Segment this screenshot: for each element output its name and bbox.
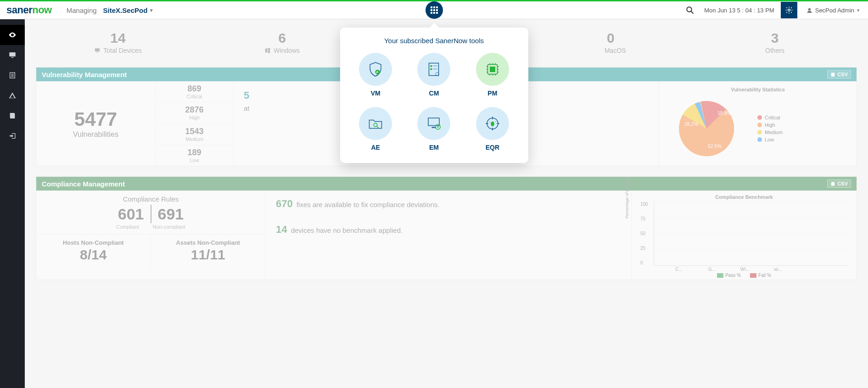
svg-line-10: [691, 11, 693, 13]
tools-popover: Your subscribed SanerNow tools VM CM PM …: [340, 28, 528, 163]
app-switcher-button[interactable]: [426, 1, 443, 19]
sev-low[interactable]: 189Low: [156, 145, 233, 166]
cm-assets-card: Assets Non-Compliant 11/11: [151, 235, 266, 269]
chevron-down-icon: ▾: [150, 7, 153, 13]
svg-rect-13: [9, 52, 16, 56]
cm-title: Compliance Management: [42, 180, 125, 188]
svg-text:15.9%: 15.9%: [717, 110, 731, 116]
top-bar: sanernow Managing SiteX.SecPod ▾ Mon Jun…: [0, 0, 868, 19]
cm-rules-header: Compliance Rules: [36, 195, 265, 203]
stat-macos[interactable]: 0 MacOS: [528, 28, 693, 59]
tool-pm[interactable]: PM: [470, 53, 515, 97]
svg-rect-35: [490, 67, 495, 72]
vm-chart-card: Vulnerability Statistics 15.9% 52.5% 28.…: [659, 81, 857, 166]
svg-rect-5: [436, 9, 438, 11]
svg-rect-19: [95, 48, 100, 51]
stat-label: Total Devices: [103, 47, 141, 54]
stat-value: 3: [693, 30, 857, 46]
vm-title: Vulnerability Management: [42, 71, 127, 79]
site-name: SiteX.SecPod: [103, 6, 148, 14]
sev-medium[interactable]: 1543Medium: [156, 124, 233, 145]
svg-point-59: [491, 122, 494, 127]
brand-part1: saner: [6, 4, 32, 16]
cm-hosts-card: Hosts Non-Compliant 8/14: [36, 235, 151, 269]
cm-csv-export[interactable]: CSV: [827, 180, 851, 188]
svg-point-48: [374, 123, 377, 127]
cm-compliant-count: 601: [118, 205, 144, 223]
vm-chart-title: Vulnerability Statistics: [667, 87, 848, 92]
cm-hosts-value: 8/14: [36, 247, 151, 263]
vm-severity-breakdown: 869Critical 2876High 1543Medium 189Low: [156, 81, 234, 166]
stat-others[interactable]: 3 Others: [693, 28, 857, 59]
tool-cm[interactable]: CM: [411, 53, 457, 97]
y-axis-ticks: 100 75 50 25 0: [640, 202, 648, 265]
svg-line-49: [377, 126, 379, 128]
brand-part2: now: [32, 4, 52, 16]
svg-point-27: [375, 70, 380, 75]
tool-em[interactable]: EM: [411, 107, 457, 151]
svg-rect-0: [431, 6, 432, 8]
sev-high[interactable]: 2876High: [156, 102, 233, 124]
file-icon: [830, 72, 835, 77]
list-icon: [9, 72, 16, 79]
cm-assets-value: 11/11: [151, 247, 266, 263]
svg-rect-26: [831, 182, 834, 186]
search-icon: [686, 6, 694, 14]
stat-label: Windows: [274, 47, 300, 54]
svg-rect-7: [433, 12, 435, 14]
user-icon: [806, 7, 812, 13]
compliance-bar-chart: 100 75 50 25 0: [654, 202, 848, 266]
cm-fixes-count: 670: [276, 198, 293, 209]
divider: [151, 205, 151, 223]
nav-reports[interactable]: [0, 65, 25, 85]
vm-chart-legend: Critical High Medium Low: [757, 113, 783, 144]
nav-devices[interactable]: [0, 45, 25, 65]
stat-value: 0: [528, 30, 693, 46]
tool-vm[interactable]: VM: [353, 53, 398, 97]
eye-icon: [8, 31, 17, 39]
tool-eqr[interactable]: EQR: [470, 107, 515, 151]
svg-text:52.5%: 52.5%: [708, 143, 722, 149]
popover-title: Your subscribed SanerNow tools: [353, 37, 515, 45]
book-icon: [9, 112, 16, 119]
sev-critical[interactable]: 869Critical: [156, 81, 233, 102]
tool-label: PM: [487, 90, 497, 97]
monitor-icon: [94, 47, 101, 54]
vm-total-label: Vulnerabilities: [73, 130, 118, 139]
site-picker[interactable]: SiteX.SecPod ▾: [103, 6, 153, 14]
nav-logout[interactable]: [0, 126, 25, 146]
nav-overview[interactable]: [0, 25, 25, 45]
tool-label: EM: [429, 144, 439, 151]
stat-total-devices[interactable]: 14 Total Devices: [36, 28, 200, 59]
svg-rect-4: [433, 9, 435, 11]
tool-label: AE: [371, 144, 380, 151]
monitor-gear-icon: [426, 115, 442, 132]
search-button[interactable]: [682, 2, 698, 18]
shield-link-icon: [367, 61, 384, 78]
svg-point-11: [788, 9, 790, 11]
stat-value: 14: [36, 30, 200, 46]
svg-rect-21: [831, 73, 834, 76]
svg-rect-2: [436, 6, 438, 8]
svg-rect-14: [11, 57, 14, 58]
folder-search-icon: [367, 115, 384, 132]
nav-docs[interactable]: [0, 106, 25, 126]
user-name: SecPod Admin: [815, 7, 854, 14]
vm-fixes-count: 5: [244, 90, 249, 101]
cm-noncompliant-count: 691: [158, 205, 184, 223]
svg-line-61: [494, 121, 496, 122]
user-menu[interactable]: SecPod Admin ▾: [804, 7, 862, 14]
cm-chart-legend: Pass % Fail %: [640, 273, 848, 278]
svg-rect-3: [431, 9, 432, 11]
datetime-label: Mon Jun 13 5 : 04 : 13 PM: [704, 7, 774, 14]
tool-ae[interactable]: AE: [353, 107, 398, 151]
grid-icon: [430, 6, 438, 14]
compliance-section: Compliance Management CSV Compliance Rul…: [36, 176, 857, 280]
svg-line-60: [489, 121, 490, 122]
vm-csv-export[interactable]: CSV: [827, 70, 851, 79]
stat-label: Others: [765, 47, 784, 54]
nav-alerts[interactable]: [0, 85, 25, 106]
tool-label: VM: [371, 90, 381, 97]
settings-button[interactable]: [781, 2, 797, 18]
cm-chart-title: Compliance Benchmark: [640, 194, 848, 200]
